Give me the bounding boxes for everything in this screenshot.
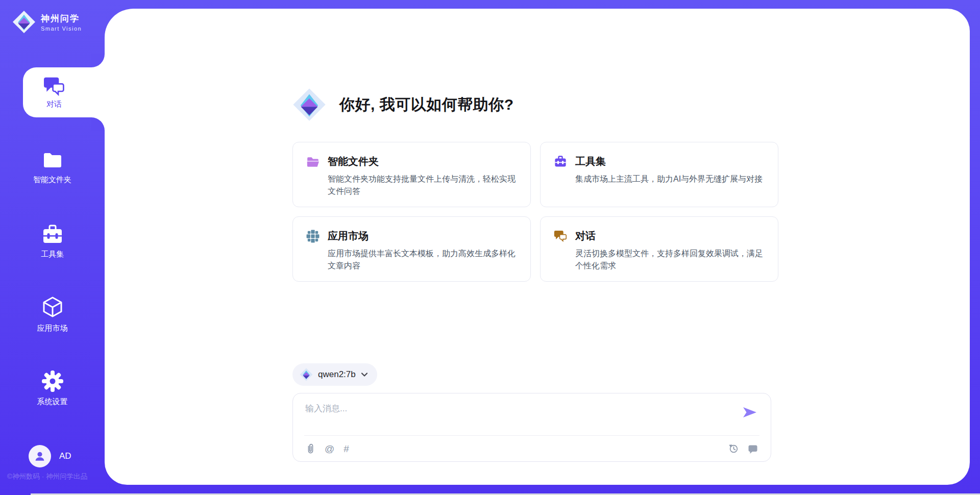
sidebar-item-chat[interactable]: 对话 — [23, 67, 105, 117]
card-title: 工具集 — [575, 155, 606, 168]
sidebar-item-label: 工具集 — [41, 250, 64, 259]
feature-card-app-market[interactable]: 应用市场 应用市场提供丰富长文本模板，助力高效生成多样化文章内容 — [292, 216, 531, 282]
feature-card-toolkit[interactable]: 工具集 集成市场上主流工具，助力AI与外界无缝扩展与对接 — [540, 142, 778, 207]
brand-subtitle: Smart Vision — [41, 26, 82, 32]
briefcase-icon — [554, 155, 567, 168]
mention-button[interactable]: @ — [325, 444, 334, 454]
chevron-down-icon — [361, 372, 368, 377]
send-button[interactable] — [742, 406, 757, 419]
paperclip-icon — [305, 443, 315, 454]
card-description: 灵活切换多模型文件，支持多样回复效果调试，满足个性化需求 — [575, 247, 765, 272]
hashtag-button[interactable]: # — [344, 444, 349, 454]
main-panel: 你好, 我可以如何帮助你? 智能文件夹 智能文件夹功能支持批量文件上传与清洗，轻… — [105, 9, 970, 485]
tab-fillet-bottom — [91, 117, 105, 131]
send-icon — [742, 406, 757, 419]
avatar — [29, 445, 51, 467]
user-profile[interactable]: AD — [29, 445, 71, 467]
sidebar-item-label: 应用市场 — [37, 324, 68, 333]
sidebar-item-app-market[interactable]: 应用市场 — [0, 295, 105, 334]
greeting-block: 你好, 我可以如何帮助你? — [292, 82, 514, 128]
sidebar-item-label: 系统设置 — [37, 397, 68, 407]
app-logo: 神州问学 Smart Vision — [12, 10, 82, 34]
composer-divider — [304, 435, 760, 436]
message-composer: @ # — [292, 393, 771, 462]
sidebar-item-toolkit[interactable]: 工具集 — [0, 222, 105, 261]
model-name: qwen2:7b — [318, 369, 356, 380]
brand-diamond-icon — [12, 10, 36, 34]
sidebar-item-label: 对话 — [46, 100, 62, 109]
history-clock-icon — [728, 443, 739, 454]
sidebar-item-smart-folder[interactable]: 智能文件夹 — [0, 148, 105, 187]
attach-file-button[interactable] — [305, 443, 315, 454]
chat-bubbles-icon — [43, 76, 65, 96]
cube-icon — [41, 295, 64, 319]
user-initials: AD — [59, 451, 71, 461]
feature-card-chat[interactable]: 对话 灵活切换多模型文件，支持多样回复效果调试，满足个性化需求 — [540, 216, 778, 282]
sidebar-item-label: 智能文件夹 — [33, 175, 71, 185]
greeting-title: 你好, 我可以如何帮助你? — [339, 94, 514, 115]
model-selector[interactable]: qwen2:7b — [292, 363, 377, 386]
history-button[interactable] — [728, 443, 739, 454]
chat-bubbles-icon — [554, 230, 567, 242]
message-input[interactable] — [305, 403, 729, 432]
feedback-button[interactable] — [747, 443, 758, 454]
card-title: 应用市场 — [328, 229, 369, 243]
assistant-diamond-icon — [292, 88, 326, 121]
card-description: 集成市场上主流工具，助力AI与外界无缝扩展与对接 — [575, 173, 765, 185]
person-icon — [33, 450, 46, 463]
card-title: 智能文件夹 — [328, 155, 379, 168]
composer-toolbar: @ # — [305, 440, 758, 457]
card-title: 对话 — [575, 229, 596, 243]
card-description: 应用市场提供丰富长文本模板，助力高效生成多样化文章内容 — [328, 247, 517, 272]
sidebar-item-settings[interactable]: 系统设置 — [0, 369, 105, 408]
gear-icon — [41, 370, 64, 392]
chat-bubble-filled-icon — [747, 443, 758, 454]
brand-name: 神州问学 — [41, 13, 82, 24]
feature-cards: 智能文件夹 智能文件夹功能支持批量文件上传与清洗，轻松实现文件问答 工具集 集成… — [292, 142, 778, 282]
briefcase-icon — [41, 224, 64, 245]
folder-icon — [41, 150, 64, 170]
folder-open-icon — [306, 156, 320, 168]
tab-fillet-top — [91, 54, 105, 67]
feature-card-smart-folder[interactable]: 智能文件夹 智能文件夹功能支持批量文件上传与清洗，轻松实现文件问答 — [292, 142, 531, 207]
card-description: 智能文件夹功能支持批量文件上传与清洗，轻松实现文件问答 — [328, 173, 517, 197]
cube-grid-icon — [306, 230, 320, 243]
model-diamond-icon — [300, 368, 313, 381]
copyright-text: ©神州数码 · 神州问学出品 — [7, 472, 87, 481]
